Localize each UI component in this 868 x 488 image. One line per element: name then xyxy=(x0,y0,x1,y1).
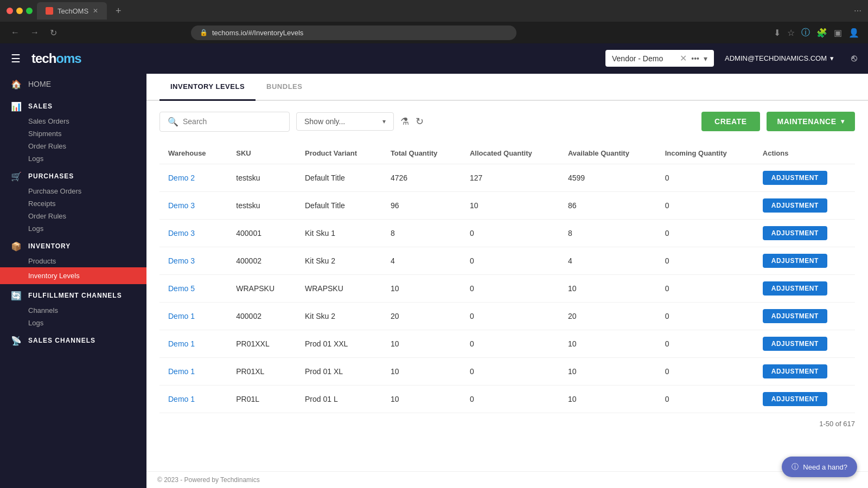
close-dot[interactable] xyxy=(7,8,13,14)
adjustment-button-5[interactable]: ADJUSTMENT xyxy=(763,309,827,323)
sidebar-item-purchase-order-rules[interactable]: Order Rules xyxy=(0,210,146,222)
sales-icon: 📊 xyxy=(11,101,22,112)
extensions-icon[interactable]: 🧩 xyxy=(816,28,827,38)
warehouse-link-4[interactable]: Demo 5 xyxy=(168,284,195,293)
cell-total-6: 10 xyxy=(382,330,461,357)
cell-incoming-0: 0 xyxy=(656,164,754,191)
cell-sku-4: WRAPSKU xyxy=(227,274,296,302)
app-logo: techoms xyxy=(31,51,81,66)
minimize-dot[interactable] xyxy=(16,8,23,14)
top-nav: ☰ techoms Vendor - Demo ✕ ••• ▾ ADMIN@TE… xyxy=(0,43,868,74)
cell-available-5: 20 xyxy=(559,302,656,330)
table-row: Demo 2 testsku Default Title 4726 127 45… xyxy=(159,164,855,191)
tab-bundles[interactable]: BUNDLES xyxy=(256,74,313,101)
forward-button[interactable]: → xyxy=(28,25,41,40)
adjustment-button-8[interactable]: ADJUSTMENT xyxy=(763,392,827,406)
lock-icon: 🔒 xyxy=(200,29,208,36)
adjustment-button-3[interactable]: ADJUSTMENT xyxy=(763,254,827,268)
user-info[interactable]: ADMIN@TECHDINAMICS.COM ▾ xyxy=(725,54,834,62)
close-tab-icon[interactable]: ✕ xyxy=(93,7,98,15)
sidebar-item-sales-logs[interactable]: Logs xyxy=(0,152,146,165)
sidebar-item-home[interactable]: 🏠 HOME xyxy=(0,74,146,95)
search-box[interactable]: 🔍 xyxy=(159,112,290,132)
create-button[interactable]: CREATE xyxy=(701,112,760,131)
cell-action-0: ADJUSTMENT xyxy=(754,164,855,191)
adjustment-button-2[interactable]: ADJUSTMENT xyxy=(763,226,827,240)
main-content: INVENTORY LEVELS BUNDLES 🔍 Show only... … xyxy=(146,74,868,488)
warehouse-link-0[interactable]: Demo 2 xyxy=(168,174,195,182)
filter-icon[interactable]: ⚗ xyxy=(400,115,409,127)
footer-text: © 2023 - Powered by Techdinamics xyxy=(157,476,260,484)
sidebar-section-fulfillment: 🔄 FULFILLMENT CHANNELS xyxy=(0,284,146,304)
warehouse-link-6[interactable]: Demo 1 xyxy=(168,339,195,348)
sidebar-toggle-icon[interactable]: ▣ xyxy=(834,28,842,38)
adjustment-button-4[interactable]: ADJUSTMENT xyxy=(763,281,827,296)
purchases-icon: 🛒 xyxy=(11,171,22,182)
reload-button[interactable]: ↻ xyxy=(48,25,59,40)
home-icon: 🏠 xyxy=(11,79,22,89)
window-controls: ⋯ xyxy=(854,7,861,15)
warehouse-link-7[interactable]: Demo 1 xyxy=(168,367,195,376)
col-actions: Actions xyxy=(754,143,855,164)
help-button[interactable]: ⓘ Need a hand? xyxy=(782,457,857,477)
cell-available-8: 10 xyxy=(559,385,656,413)
sidebar-item-shipments[interactable]: Shipments xyxy=(0,127,146,140)
sidebar-item-purchase-orders[interactable]: Purchase Orders xyxy=(0,185,146,197)
logout-icon[interactable]: ⎋ xyxy=(851,53,857,64)
cell-warehouse-1: Demo 3 xyxy=(159,191,227,219)
search-input[interactable] xyxy=(183,117,270,126)
warehouse-link-5[interactable]: Demo 1 xyxy=(168,312,195,320)
techoms-icon[interactable]: ⓘ xyxy=(801,27,810,38)
fullscreen-dot[interactable] xyxy=(26,8,33,14)
adjustment-button-6[interactable]: ADJUSTMENT xyxy=(763,337,827,351)
sidebar-item-receipts[interactable]: Receipts xyxy=(0,197,146,210)
refresh-icon[interactable]: ↻ xyxy=(416,115,424,127)
vendor-label: Vendor - Demo xyxy=(612,54,675,63)
user-chevron-icon: ▾ xyxy=(830,54,834,62)
show-only-label: Show only... xyxy=(304,117,345,126)
warehouse-link-3[interactable]: Demo 3 xyxy=(168,256,195,265)
new-tab-button[interactable]: + xyxy=(111,5,126,17)
warehouse-link-8[interactable]: Demo 1 xyxy=(168,395,195,403)
sidebar-item-products[interactable]: Products xyxy=(0,255,146,267)
warehouse-link-2[interactable]: Demo 3 xyxy=(168,229,195,237)
page-tabs: INVENTORY LEVELS BUNDLES xyxy=(146,74,868,101)
sidebar-item-sales-order-rules[interactable]: Order Rules xyxy=(0,140,146,152)
adjustment-button-7[interactable]: ADJUSTMENT xyxy=(763,364,827,378)
cell-total-3: 4 xyxy=(382,247,461,274)
col-available-quantity: Available Quantity xyxy=(559,143,656,164)
sidebar-item-inventory-levels[interactable]: Inventory Levels xyxy=(0,267,146,284)
sidebar-item-fulfillment-logs[interactable]: Logs xyxy=(0,317,146,329)
sidebar-item-sales-orders[interactable]: Sales Orders xyxy=(0,115,146,127)
url-bar[interactable]: 🔒 techoms.io/#/InventoryLevels xyxy=(191,25,516,40)
maintenance-button[interactable]: MAINTENANCE ▾ xyxy=(767,112,855,131)
download-icon[interactable]: ⬇ xyxy=(774,28,781,38)
profile-icon[interactable]: 👤 xyxy=(848,28,859,38)
sidebar-item-channels[interactable]: Channels xyxy=(0,304,146,317)
cell-available-0: 4599 xyxy=(559,164,656,191)
table-row: Demo 5 WRAPSKU WRAPSKU 10 0 10 0 ADJUSTM… xyxy=(159,274,855,302)
tab-inventory-levels[interactable]: INVENTORY LEVELS xyxy=(159,74,256,101)
warehouse-link-1[interactable]: Demo 3 xyxy=(168,201,195,210)
star-icon[interactable]: ☆ xyxy=(787,28,795,38)
vendor-selector[interactable]: Vendor - Demo ✕ ••• ▾ xyxy=(605,50,714,67)
cell-variant-0: Default Title xyxy=(296,164,382,191)
vendor-dots-icon[interactable]: ••• xyxy=(691,54,699,63)
cell-incoming-2: 0 xyxy=(656,219,754,247)
sidebar-item-purchase-logs[interactable]: Logs xyxy=(0,222,146,235)
adjustment-button-1[interactable]: ADJUSTMENT xyxy=(763,198,827,213)
vendor-close-icon[interactable]: ✕ xyxy=(680,53,687,63)
hamburger-menu[interactable]: ☰ xyxy=(11,52,21,65)
help-label: Need a hand? xyxy=(803,463,847,471)
browser-actions: ⬇ ☆ ⓘ 🧩 ▣ 👤 xyxy=(774,27,859,38)
cell-available-3: 4 xyxy=(559,247,656,274)
browser-tab[interactable]: TechOMS ✕ xyxy=(37,2,107,20)
url-text: techoms.io/#/InventoryLevels xyxy=(212,29,303,37)
back-button[interactable]: ← xyxy=(9,25,22,40)
toolbar: 🔍 Show only... ▾ ⚗ ↻ CREATE MAINTENANCE … xyxy=(146,101,868,143)
cell-total-1: 96 xyxy=(382,191,461,219)
adjustment-button-0[interactable]: ADJUSTMENT xyxy=(763,171,827,185)
sidebar: 🏠 HOME 📊 SALES Sales Orders Shipments Or… xyxy=(0,74,146,488)
show-only-dropdown[interactable]: Show only... ▾ xyxy=(296,112,394,131)
vendor-chevron-icon[interactable]: ▾ xyxy=(704,54,707,63)
